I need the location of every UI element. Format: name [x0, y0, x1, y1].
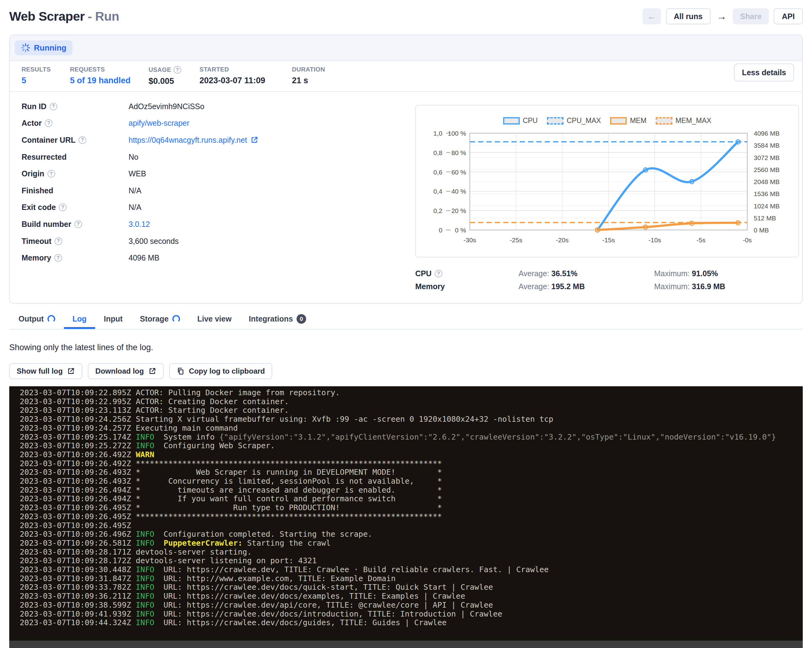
svg-text:4096 MB: 4096 MB [754, 130, 780, 137]
detail-label: Timeout? [21, 237, 128, 246]
help-icon[interactable]: ? [435, 270, 443, 277]
stat-value: 21 s [292, 76, 325, 85]
log-lines: 2023-03-07T10:09:22.895Z ACTOR: Pulling … [9, 386, 803, 627]
log-line: 2023-03-07T10:09:26.493Z * Concurrency i… [20, 477, 803, 486]
stat-value: 2023-03-07 11:09 [200, 76, 292, 85]
log-line: 2023-03-07T10:09:38.599Z INFO URL: https… [20, 601, 803, 610]
api-button[interactable]: API [774, 8, 803, 24]
svg-text:0,6: 0,6 [433, 169, 443, 176]
memory-average-value: 195.2 MB [551, 282, 585, 291]
log-line: 2023-03-07T10:09:26.492Z ***************… [20, 459, 803, 468]
detail-value[interactable]: apify/web-scraper [128, 119, 189, 128]
memory-maximum-value: 316.9 MB [692, 282, 725, 291]
log-line: 2023-03-07T10:09:26.495Z ***************… [20, 512, 803, 521]
detail-value: AdOz5evimh9NCiSSo [128, 102, 205, 111]
tab-live-view[interactable]: Live view [197, 309, 232, 329]
svg-text:60 %: 60 % [451, 169, 466, 176]
status-badge: Running [15, 40, 72, 55]
cpu-label: CPU [415, 269, 432, 278]
log-line: 2023-03-07T10:09:28.172Z devtools-server… [20, 557, 803, 566]
all-runs-button[interactable]: All runs [666, 8, 711, 24]
tab-output[interactable]: Output [18, 309, 55, 329]
svg-text:20 %: 20 % [451, 207, 466, 214]
next-run-button[interactable]: → [716, 8, 728, 24]
help-icon[interactable]: ? [50, 103, 57, 110]
tab-label: Input [104, 314, 123, 323]
help-icon[interactable]: ? [79, 136, 86, 144]
tab-log[interactable]: Log [72, 309, 87, 329]
detail-value[interactable]: 3.0.12 [128, 220, 150, 229]
tab-input[interactable]: Input [104, 309, 123, 329]
svg-text:2048 MB: 2048 MB [754, 178, 780, 185]
header: Web Scraper- Run ← All runs → Share API [9, 7, 803, 26]
external-link-icon [67, 367, 75, 375]
external-link-icon [250, 136, 258, 144]
help-icon[interactable]: ? [74, 220, 82, 228]
svg-text:1024 MB: 1024 MB [754, 203, 780, 210]
help-icon[interactable]: ? [45, 119, 52, 127]
stat-label: RESULTS [21, 66, 70, 73]
tab-count-badge: 0 [296, 314, 306, 324]
svg-text:3072 MB: 3072 MB [754, 154, 780, 161]
stat-requests: REQUESTS5 of 19 handled [70, 66, 149, 91]
previous-run-button[interactable]: ← [643, 8, 661, 24]
external-link-icon [148, 367, 156, 375]
tab-integrations[interactable]: Integrations0 [249, 309, 306, 329]
svg-text:0 MB: 0 MB [754, 227, 769, 234]
log-line: 2023-03-07T10:09:26.495Z [20, 521, 803, 530]
log-actions: Show full log Download log Copy log to c… [9, 363, 272, 379]
help-icon[interactable]: ? [174, 66, 181, 74]
svg-text:-25s: -25s [510, 236, 522, 244]
log-line: 2023-03-07T10:09:44.324Z INFO URL: https… [20, 618, 803, 627]
svg-text:-0s: -0s [743, 236, 752, 244]
tab-storage[interactable]: Storage [140, 309, 180, 329]
stat-value[interactable]: 5 [21, 76, 70, 85]
detail-label: Build number? [21, 220, 128, 229]
tab-label: Storage [140, 314, 169, 323]
log-line: 2023-03-07T10:09:26.493Z * Web Scraper i… [20, 468, 803, 477]
log-line: 2023-03-07T10:09:33.782Z INFO URL: https… [20, 583, 803, 592]
stat-results: RESULTS5 [21, 66, 70, 91]
loading-spinner-icon [172, 315, 180, 323]
help-icon[interactable]: ? [55, 237, 62, 245]
copy-log-button[interactable]: Copy log to clipboard [169, 363, 273, 379]
memory-average-label: Average: [519, 282, 549, 291]
log-line: 2023-03-07T10:09:26.495Z * Run type to P… [20, 503, 803, 512]
log-line: 2023-03-07T10:09:25.174Z INFO System inf… [20, 433, 803, 442]
log-scrollbar[interactable] [9, 640, 803, 648]
svg-text:3584 MB: 3584 MB [754, 142, 780, 149]
detail-value: No [128, 152, 139, 162]
copy-icon [177, 367, 185, 375]
arrow-left-icon: ← [647, 11, 656, 21]
stat-started: STARTED2023-03-07 11:09 [200, 66, 292, 91]
log-line: 2023-03-07T10:09:30.448Z INFO URL: https… [20, 566, 803, 574]
spinner-icon [21, 43, 30, 52]
svg-text:-20s: -20s [556, 236, 569, 244]
show-full-log-button[interactable]: Show full log [9, 363, 82, 379]
stat-value[interactable]: 5 of 19 handled [70, 76, 149, 85]
log-line: 2023-03-07T10:09:26.496Z INFO Configurat… [20, 530, 803, 539]
loading-spinner-icon [47, 315, 55, 323]
log-note: Showing only the latest lines of the log… [9, 343, 153, 352]
tab-label: Log [72, 314, 87, 323]
svg-text:-10s: -10s [649, 236, 661, 244]
detail-value: N/A [128, 203, 142, 212]
stats-row: RESULTS5REQUESTS5 of 19 handledUSAGE?$0.… [10, 61, 802, 92]
detail-value: WEB [128, 169, 146, 178]
svg-text:0,2: 0,2 [433, 207, 443, 214]
help-icon[interactable]: ? [47, 170, 55, 178]
detail-value[interactable]: https://0q64wnacgyft.runs.apify.net [128, 136, 258, 145]
less-details-button[interactable]: Less details [734, 64, 794, 81]
log-line: 2023-03-07T10:09:26.494Z * If you want f… [20, 494, 803, 503]
detail-value: 3,600 seconds [128, 237, 179, 246]
log-console[interactable]: 2023-03-07T10:09:22.895Z ACTOR: Pulling … [9, 386, 803, 648]
stat-duration: DURATION21 s [292, 66, 325, 91]
download-log-button[interactable]: Download log [88, 363, 163, 379]
svg-text:100 %: 100 % [448, 130, 466, 137]
share-button[interactable]: Share [733, 8, 769, 24]
detail-label: Exit code? [21, 203, 128, 212]
help-icon[interactable]: ? [59, 203, 67, 211]
help-icon[interactable]: ? [54, 254, 62, 262]
cpu-metric-row: CPU? Average: 36.51% Maximum: 91.05% [415, 269, 799, 278]
log-line: 2023-03-07T10:09:24.256Z Starting X virt… [20, 415, 803, 424]
